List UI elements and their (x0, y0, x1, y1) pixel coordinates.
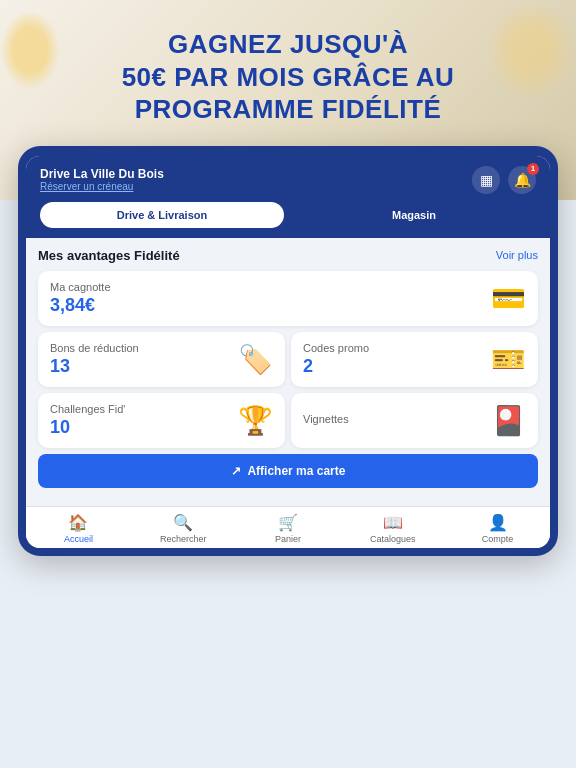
nav-catalogues[interactable]: 📖 Catalogues (340, 513, 445, 544)
voir-plus-link[interactable]: Voir plus (496, 249, 538, 261)
codes-promo-label: Codes promo (303, 342, 369, 354)
rechercher-label: Rechercher (160, 534, 207, 544)
challenges-fid-info: Challenges Fid' 10 (50, 403, 125, 438)
codes-promo-value: 2 (303, 356, 369, 377)
accueil-label: Accueil (64, 534, 93, 544)
codes-promo-card[interactable]: Codes promo 2 🎫 (291, 332, 538, 387)
bons-reduction-card[interactable]: Bons de réduction 13 🏷️ (38, 332, 285, 387)
tablet-frame: Drive La Ville Du Bois Réserver un créne… (18, 146, 558, 556)
notification-badge: 1 (527, 163, 539, 175)
compte-label: Compte (482, 534, 514, 544)
challenges-fid-label: Challenges Fid' (50, 403, 125, 415)
afficher-carte-button[interactable]: ↗ Afficher ma carte (38, 454, 538, 488)
barcode-button[interactable]: ▦ (472, 166, 500, 194)
nav-compte[interactable]: 👤 Compte (445, 513, 550, 544)
header-left: Drive La Ville Du Bois Réserver un créne… (40, 167, 164, 192)
headline-text: GAGNEZ JUSQU'À 50€ PAR MOIS GRÂCE AU PRO… (30, 28, 546, 126)
bottom-nav: 🏠 Accueil 🔍 Rechercher 🛒 Panier 📖 Catalo… (26, 506, 550, 548)
panier-icon: 🛒 (278, 513, 298, 532)
afficher-carte-label: Afficher ma carte (247, 464, 345, 478)
vignettes-info: Vignettes (303, 413, 349, 427)
app-header: Drive La Ville Du Bois Réserver un créne… (26, 156, 550, 202)
store-name: Drive La Ville Du Bois (40, 167, 164, 181)
catalogues-label: Catalogues (370, 534, 416, 544)
compte-icon: 👤 (488, 513, 508, 532)
carte-icon: ↗ (231, 464, 241, 478)
tab-magasin[interactable]: Magasin (292, 202, 536, 228)
challenges-fid-card[interactable]: Challenges Fid' 10 🏆 (38, 393, 285, 448)
bons-reduction-info: Bons de réduction 13 (50, 342, 139, 377)
headline-line1: GAGNEZ JUSQU'À (168, 29, 408, 59)
headline-line2: 50€ PAR MOIS GRÂCE AU (122, 62, 455, 92)
cards-row-2: Challenges Fid' 10 🏆 Vignettes 🎴 (38, 393, 538, 448)
headline-area: GAGNEZ JUSQU'À 50€ PAR MOIS GRÂCE AU PRO… (0, 0, 576, 146)
bons-reduction-icon: 🏷️ (238, 343, 273, 376)
cagnotte-label: Ma cagnotte (50, 281, 111, 293)
cards-row-1: Bons de réduction 13 🏷️ Codes promo 2 🎫 (38, 332, 538, 387)
headline-line3: PROGRAMME FIDÉLITÉ (135, 94, 442, 124)
tab-bar: Drive & Livraison Magasin (26, 202, 550, 238)
header-icons: ▦ 🔔 1 (472, 166, 536, 194)
tab-drive-livraison[interactable]: Drive & Livraison (40, 202, 284, 228)
cagnotte-info: Ma cagnotte 3,84€ (50, 281, 111, 316)
challenges-fid-value: 10 (50, 417, 125, 438)
section-header: Mes avantages Fidélité Voir plus (38, 248, 538, 263)
nav-accueil[interactable]: 🏠 Accueil (26, 513, 131, 544)
bons-reduction-value: 13 (50, 356, 139, 377)
rechercher-icon: 🔍 (173, 513, 193, 532)
nav-panier[interactable]: 🛒 Panier (236, 513, 341, 544)
nav-rechercher[interactable]: 🔍 Rechercher (131, 513, 236, 544)
cagnotte-value: 3,84€ (50, 295, 111, 316)
catalogues-icon: 📖 (383, 513, 403, 532)
vignettes-icon: 🎴 (491, 404, 526, 437)
bons-reduction-label: Bons de réduction (50, 342, 139, 354)
notification-button[interactable]: 🔔 1 (508, 166, 536, 194)
cagnotte-icon: 💳 (491, 282, 526, 315)
codes-promo-icon: 🎫 (491, 343, 526, 376)
accueil-icon: 🏠 (68, 513, 88, 532)
section-title: Mes avantages Fidélité (38, 248, 180, 263)
panier-label: Panier (275, 534, 301, 544)
barcode-icon: ▦ (480, 172, 493, 188)
vignettes-card[interactable]: Vignettes 🎴 (291, 393, 538, 448)
challenges-fid-icon: 🏆 (238, 404, 273, 437)
codes-promo-info: Codes promo 2 (303, 342, 369, 377)
vignettes-label: Vignettes (303, 413, 349, 425)
bell-icon: 🔔 (514, 172, 531, 188)
reserve-link[interactable]: Réserver un créneau (40, 181, 164, 192)
app-screen: Drive La Ville Du Bois Réserver un créne… (26, 156, 550, 548)
cagnotte-card[interactable]: Ma cagnotte 3,84€ 💳 (38, 271, 538, 326)
content-area: Mes avantages Fidélité Voir plus Ma cagn… (26, 238, 550, 506)
